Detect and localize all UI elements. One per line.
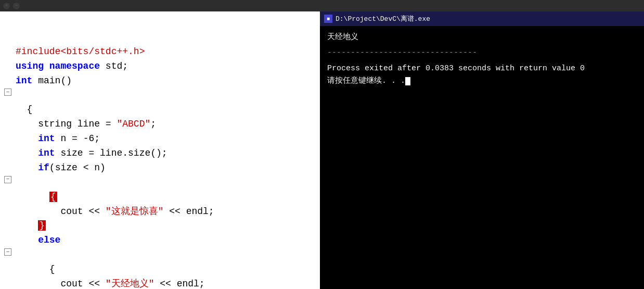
terminal-process-line: Process exited after 0.0383 seconds with… [327,62,637,75]
line-open2: − { [16,175,315,205]
line-int-n: int n = -6; [16,132,315,146]
main-area: #include<bits/stdc++.h> using namespace … [0,11,644,289]
minimize-button[interactable]: − [13,3,20,9]
minimize-icon: − [15,3,18,8]
line-close1: } [16,219,315,233]
line-string: string line = "ABCD"; [16,117,315,132]
line-include: #include<bits/stdc++.h> [16,45,315,59]
terminal-divider: -------------------------------- [327,47,637,59]
terminal-output-line1: 天经地义 [327,31,637,44]
code-content: #include<bits/stdc++.h> using namespace … [0,16,320,289]
terminal-cursor [405,77,410,85]
terminal-body[interactable]: 天经地义 -------------------------------- Pr… [320,26,644,289]
line-if: if(size < n) [16,161,315,175]
terminal-window-icon: ■ [324,15,332,23]
line-int-size: int size = line.size(); [16,146,315,161]
code-editor-pane: #include<bits/stdc++.h> using namespace … [0,11,320,289]
title-bar: × − [0,0,644,11]
collapse-icon-1[interactable]: − [4,89,11,96]
line-cout1: cout << "这就是惊喜" << endl; [16,205,315,219]
terminal-continue-line: 请按任意键继续. . . [327,75,637,87]
line-else: else [16,233,315,248]
terminal-title-bar: ■ D:\Project\DevC\离谱.exe [320,11,644,26]
collapse-icon-3[interactable]: − [4,248,11,256]
line-open1: − { [16,88,315,117]
line-cout2: cout << "天经地义" << endl; [16,277,315,289]
line-main: int main() [16,74,315,89]
collapse-icon-2[interactable]: − [4,176,11,183]
line-using: using namespace std; [16,59,315,74]
line-open3: − { [16,248,315,277]
terminal-pane: ■ D:\Project\DevC\离谱.exe 天经地义 ----------… [320,11,644,289]
terminal-title-text: D:\Project\DevC\离谱.exe [336,14,430,23]
close-button[interactable]: × [3,3,10,9]
close-icon: × [5,3,8,8]
